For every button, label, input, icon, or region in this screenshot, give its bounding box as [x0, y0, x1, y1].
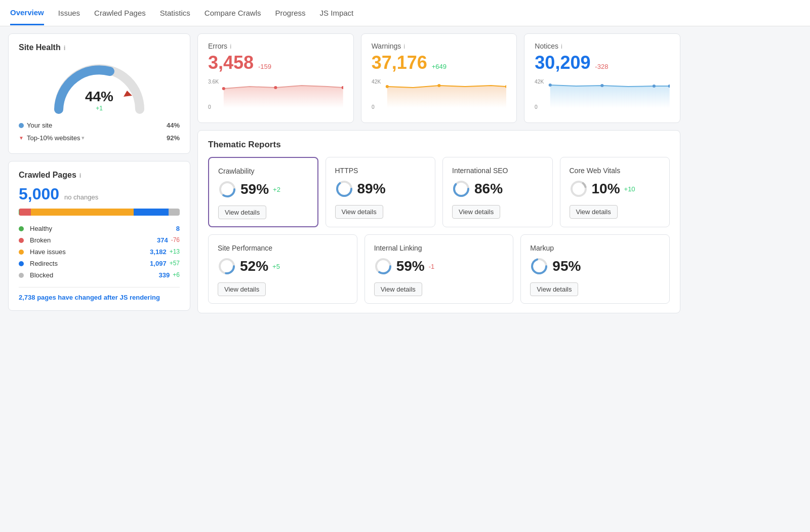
top10-label-text: Top-10% websites: [27, 134, 80, 142]
errors-label: Errors i: [208, 42, 343, 50]
notices-label: Notices i: [535, 42, 670, 50]
your-site-dot: [19, 123, 24, 128]
view-details-linking[interactable]: View details: [374, 282, 422, 296]
view-details-intl-seo[interactable]: View details: [452, 205, 500, 219]
page-content: Site Health i 44% +1: [0, 26, 688, 320]
crawled-pages-card: Crawled Pages i 5,000 no changes Healthy: [8, 161, 190, 311]
val-issues: 3,182: [150, 248, 167, 256]
linking-donut-icon: [374, 257, 392, 275]
label-redirects: Redirects: [30, 260, 58, 267]
crawled-pages-label: Crawled Pages: [19, 171, 76, 180]
report-markup: Markup 95% View details: [520, 234, 670, 304]
errors-label-text: Errors: [208, 42, 227, 50]
intl-seo-donut-icon: [452, 180, 470, 198]
report-intl-seo-score: 86%: [452, 180, 543, 198]
warnings-value: 37,176: [372, 52, 427, 73]
crawled-no-changes: no changes: [64, 193, 98, 201]
nav-issues[interactable]: Issues: [58, 2, 80, 24]
reports-grid-top: Crawlability 59% +2 View details HTTPS: [208, 157, 670, 227]
changed-pages-link[interactable]: 2,738 pages have changed after JS render…: [19, 294, 180, 301]
top10-dropdown-icon[interactable]: ▾: [82, 135, 85, 141]
report-https-score: 89%: [335, 180, 426, 198]
crawled-pages-info-icon[interactable]: i: [79, 172, 82, 179]
report-internal-linking: Internal Linking 59% -1 View details: [364, 234, 514, 304]
report-markup-name: Markup: [530, 244, 660, 252]
view-details-performance[interactable]: View details: [218, 282, 266, 296]
view-details-crawlability[interactable]: View details: [218, 206, 266, 219]
report-cwv-pct: 10%: [592, 181, 620, 197]
report-cwv-name: Core Web Vitals: [570, 167, 661, 175]
thematic-reports-card: Thematic Reports Crawlability 59% +2 Vie…: [197, 130, 680, 313]
label-healthy: Healthy: [30, 225, 52, 232]
cwv-donut-icon: [570, 180, 588, 198]
report-core-web-vitals: Core Web Vitals 10% +10 View details: [560, 157, 670, 227]
errors-mini-chart: 3.6K 0: [208, 77, 343, 114]
dot-broken: [19, 238, 24, 243]
errors-value: 3,458: [208, 52, 254, 73]
report-https: HTTPS 89% View details: [326, 157, 436, 227]
report-crawlability-pct: 59%: [240, 181, 269, 197]
report-markup-pct: 95%: [552, 258, 581, 274]
report-https-pct: 89%: [357, 181, 386, 197]
svg-point-11: [437, 84, 440, 87]
nav-compare-crawls[interactable]: Compare Crawls: [205, 2, 261, 24]
nav-progress[interactable]: Progress: [275, 2, 306, 24]
right-column: Errors i 3,458 -159 3.6K 0: [197, 33, 680, 313]
svg-point-4: [222, 87, 225, 90]
report-linking-delta: -1: [429, 263, 435, 270]
your-site-legend: Your site 44%: [19, 119, 180, 132]
notices-value: 30,209: [535, 52, 590, 73]
thematic-title: Thematic Reports: [208, 140, 670, 150]
nav-js-impact[interactable]: JS Impact: [320, 2, 354, 24]
report-perf-name: Site Performance: [218, 244, 348, 252]
report-crawlability: Crawlability 59% +2 View details: [208, 157, 318, 227]
dot-issues: [19, 250, 24, 255]
view-details-markup[interactable]: View details: [530, 282, 578, 296]
gauge-percent: 44%: [85, 89, 113, 105]
svg-text:42K: 42K: [372, 79, 381, 85]
svg-marker-9: [387, 86, 506, 108]
crawled-total-row: 5,000 no changes: [19, 185, 180, 203]
delta-blocked: +6: [173, 271, 180, 279]
top-nav: Overview Issues Crawled Pages Statistics…: [0, 0, 810, 26]
crawlability-donut-icon: [218, 180, 236, 198]
gauge-container: 44% +1: [19, 56, 180, 117]
warnings-info-icon[interactable]: i: [403, 43, 405, 50]
crawled-bar-stack: [19, 209, 180, 216]
markup-donut-icon: [530, 257, 548, 275]
svg-text:0: 0: [535, 104, 538, 110]
val-redirects: 1,097: [150, 260, 167, 267]
site-health-info-icon[interactable]: i: [64, 44, 66, 52]
crawled-total: 5,000: [19, 185, 59, 203]
nav-crawled-pages[interactable]: Crawled Pages: [94, 2, 146, 24]
nav-statistics[interactable]: Statistics: [160, 2, 190, 24]
view-details-cwv[interactable]: View details: [570, 205, 618, 219]
report-https-name: HTTPS: [335, 167, 426, 175]
errors-card: Errors i 3,458 -159 3.6K 0: [197, 33, 354, 123]
svg-marker-3: [224, 86, 343, 108]
warnings-label: Warnings i: [372, 42, 507, 50]
metrics-row: Errors i 3,458 -159 3.6K 0: [197, 33, 680, 123]
errors-value-row: 3,458 -159: [208, 52, 343, 73]
delta-issues: +13: [170, 248, 180, 256]
dot-healthy: [19, 226, 24, 231]
stat-blocked: Blocked 339 +6: [19, 269, 180, 281]
warnings-mini-chart: 42K 0: [372, 77, 507, 114]
svg-text:42K: 42K: [535, 79, 544, 85]
delta-redirects: +57: [170, 260, 180, 267]
bar-redirects: [134, 209, 169, 216]
site-health-label: Site Health: [19, 43, 61, 52]
view-details-https[interactable]: View details: [335, 205, 383, 219]
report-perf-score: 52% +5: [218, 257, 348, 275]
nav-overview[interactable]: Overview: [10, 1, 44, 25]
notices-info-icon[interactable]: i: [561, 43, 562, 50]
label-issues: Have issues: [30, 248, 66, 256]
stat-broken: Broken 374 -76: [19, 234, 180, 246]
reports-grid-bottom: Site Performance 52% +5 View details Int…: [208, 234, 670, 304]
val-broken: 374: [157, 236, 168, 244]
svg-point-18: [653, 85, 656, 88]
report-markup-score: 95%: [530, 257, 660, 275]
warnings-label-text: Warnings: [372, 42, 401, 50]
perf-donut-icon: [218, 257, 236, 275]
errors-info-icon[interactable]: i: [230, 43, 231, 50]
